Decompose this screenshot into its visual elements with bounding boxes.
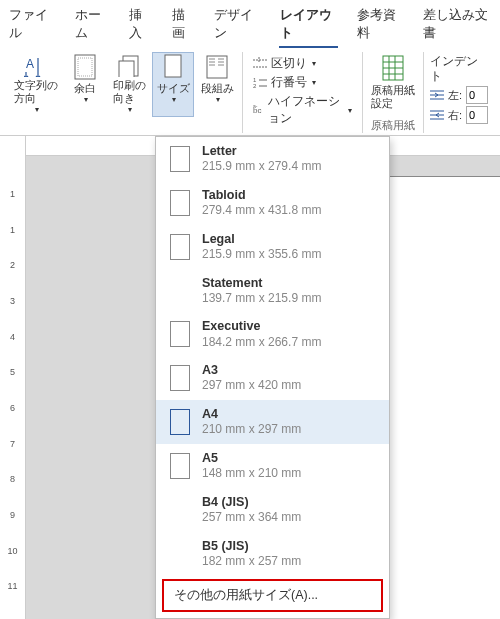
size-item-b5[interactable]: B5 (JIS)182 mm x 257 mm [156, 532, 389, 576]
tab-layout[interactable]: レイアウト [279, 4, 338, 48]
tab-draw[interactable]: 描画 [171, 4, 196, 48]
more-paper-sizes-button[interactable]: その他の用紙サイズ(A)... [164, 581, 381, 610]
margins-button[interactable]: 余白▾ [64, 52, 106, 117]
indent-right-label: 右: [448, 108, 462, 123]
ribbon-tabs: ファイル ホーム 挿入 描画 デザイン レイアウト 参考資料 差し込み文書 [0, 0, 500, 48]
size-item-legal[interactable]: Legal215.9 mm x 355.6 mm [156, 225, 389, 269]
orientation-button[interactable]: 印刷の 向き▾ [108, 52, 150, 117]
svg-text:a-: a- [253, 103, 258, 109]
size-item-a4[interactable]: A4210 mm x 297 mm [156, 400, 389, 444]
manuscript-icon [380, 54, 406, 82]
size-item-letter[interactable]: Letter215.9 mm x 279.4 mm [156, 137, 389, 181]
hyphenation-icon: bca- [253, 103, 264, 117]
columns-button[interactable]: 段組み▾ [196, 52, 238, 117]
orientation-icon [117, 54, 141, 77]
hyphenation-button[interactable]: bca- ハイフネーション▾ [249, 92, 356, 128]
size-item-a3[interactable]: A3297 mm x 420 mm [156, 356, 389, 400]
chevron-down-icon: ▾ [348, 106, 352, 115]
svg-text:2: 2 [253, 83, 257, 89]
chevron-down-icon: ▾ [216, 95, 220, 105]
tab-references[interactable]: 参考資料 [356, 4, 404, 48]
size-item-tabloid[interactable]: Tabloid279.4 mm x 431.8 mm [156, 181, 389, 225]
indent-right-input[interactable] [466, 106, 488, 124]
indent-label: インデント [430, 54, 488, 84]
more-sizes-highlight: その他の用紙サイズ(A)... [162, 579, 383, 612]
text-direction-icon: A [24, 54, 48, 77]
size-button[interactable]: サイズ▾ [152, 52, 194, 117]
page-icon [170, 146, 190, 172]
breaks-icon [253, 57, 267, 71]
chevron-down-icon: ▾ [84, 95, 88, 105]
tab-file[interactable]: ファイル [8, 4, 56, 48]
svg-rect-2 [78, 58, 92, 76]
columns-icon [205, 54, 229, 80]
page-icon [170, 234, 190, 260]
size-dropdown: Letter215.9 mm x 279.4 mm Tabloid279.4 m… [155, 136, 390, 619]
page-icon [170, 321, 190, 347]
chevron-down-icon: ▾ [312, 78, 316, 87]
ribbon: A 文字列の 方向▾ 余白▾ 印刷の 向き▾ サイズ▾ 段組み▾ [0, 48, 500, 136]
tab-mailings[interactable]: 差し込み文書 [422, 4, 492, 48]
size-item-executive[interactable]: Executive184.2 mm x 266.7 mm [156, 312, 389, 356]
page-icon [170, 409, 190, 435]
vertical-ruler: 1123456789101112 [0, 136, 26, 619]
chevron-down-icon: ▾ [312, 59, 316, 68]
svg-text:A: A [26, 57, 34, 71]
indent-left-input[interactable] [466, 86, 488, 104]
manuscript-group-label: 原稿用紙 [367, 119, 419, 133]
manuscript-setup-button[interactable]: 原稿用紙 設定 [367, 52, 419, 117]
chevron-down-icon: ▾ [35, 105, 39, 115]
indent-right-icon [430, 109, 444, 121]
chevron-down-icon: ▾ [128, 105, 132, 115]
page-icon [170, 190, 190, 216]
size-item-b4[interactable]: B4 (JIS)257 mm x 364 mm [156, 488, 389, 532]
size-icon [161, 54, 185, 80]
text-direction-button[interactable]: A 文字列の 方向▾ [10, 52, 62, 117]
chevron-down-icon: ▾ [172, 95, 176, 105]
tab-insert[interactable]: 挿入 [128, 4, 153, 48]
size-item-statement[interactable]: Statement139.7 mm x 215.9 mm [156, 269, 389, 313]
svg-rect-4 [119, 61, 134, 77]
page-icon [170, 365, 190, 391]
page-icon [170, 453, 190, 479]
indent-left-icon [430, 89, 444, 101]
line-numbers-button[interactable]: 12 行番号▾ [249, 73, 320, 92]
tab-home[interactable]: ホーム [74, 4, 110, 48]
size-item-a5[interactable]: A5148 mm x 210 mm [156, 444, 389, 488]
margins-icon [73, 54, 97, 80]
svg-rect-5 [165, 55, 181, 77]
indent-left-label: 左: [448, 88, 462, 103]
line-numbers-icon: 12 [253, 76, 267, 90]
workspace: 1123456789101112 Letter215.9 mm x 279.4 … [0, 136, 500, 619]
tab-design[interactable]: デザイン [213, 4, 261, 48]
breaks-button[interactable]: 区切り▾ [249, 54, 320, 73]
